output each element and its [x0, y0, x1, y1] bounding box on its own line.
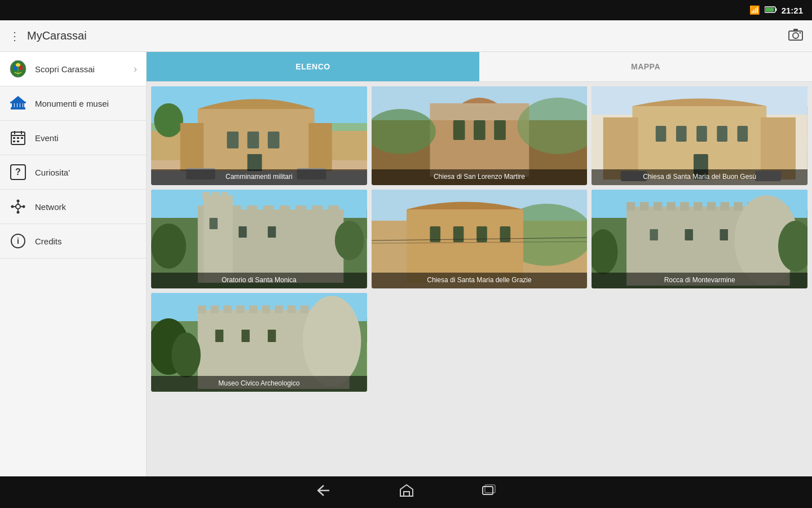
- grid-item-6[interactable]: Rocca di Montevarmine: [592, 190, 807, 288]
- svg-rect-43: [248, 132, 259, 148]
- sidebar: Scopri Carassai › Monumenti e musei: [0, 52, 147, 476]
- sidebar-label-eventi: Eventi: [35, 133, 137, 143]
- sidebar-item-monumenti[interactable]: Monumenti e musei: [0, 86, 146, 121]
- sidebar-label-monumenti: Monumenti e musei: [35, 99, 137, 108]
- svg-point-137: [303, 296, 361, 386]
- grid-item-3-caption: Chiesa di Santa Maria del Buon Gesù: [592, 169, 807, 185]
- grid-item-7[interactable]: Museo Civico Archeologico: [151, 293, 367, 392]
- svg-point-32: [23, 205, 25, 208]
- svg-rect-17: [10, 102, 26, 103]
- svg-rect-52: [453, 120, 465, 140]
- svg-rect-1: [775, 8, 776, 11]
- home-button[interactable]: [399, 484, 414, 501]
- info-icon: i: [9, 232, 27, 250]
- svg-rect-65: [717, 126, 728, 142]
- svg-rect-129: [249, 305, 257, 313]
- content-area: ELENCO MAPPA: [147, 52, 812, 476]
- svg-point-4: [793, 33, 798, 38]
- svg-rect-104: [626, 202, 636, 211]
- svg-rect-42: [227, 132, 239, 148]
- sidebar-label-network: Network: [35, 202, 137, 212]
- svg-rect-141: [241, 330, 249, 342]
- sidebar-item-curiosita[interactable]: ? Curiosita': [0, 155, 146, 190]
- svg-rect-5: [793, 29, 798, 31]
- svg-rect-82: [204, 195, 233, 283]
- sidebar-label-scopri: Scopri Carassai: [35, 64, 134, 74]
- grid-container: Camminamenti militari: [147, 82, 812, 476]
- svg-point-6: [800, 32, 801, 33]
- svg-rect-96: [453, 226, 464, 242]
- svg-rect-119: [650, 229, 658, 240]
- grid-item-7-caption: Museo Civico Archeologico: [151, 376, 367, 392]
- svg-rect-90: [268, 226, 276, 238]
- svg-rect-89: [239, 226, 246, 238]
- svg-rect-97: [476, 226, 487, 242]
- grid-item-4-caption: Oratorio di Santa Monica: [151, 273, 367, 288]
- question-icon: ?: [9, 163, 27, 181]
- svg-rect-112: [734, 202, 743, 211]
- svg-rect-53: [474, 120, 486, 140]
- svg-rect-44: [268, 132, 280, 148]
- svg-rect-83: [202, 192, 209, 199]
- svg-rect-110: [707, 202, 716, 211]
- sidebar-item-network[interactable]: Network: [0, 190, 146, 224]
- bottom-nav: [0, 476, 812, 508]
- menu-dots-icon[interactable]: ⋮: [9, 29, 20, 43]
- grid-item-6-caption: Rocca di Montevarmine: [592, 273, 807, 288]
- tab-mappa[interactable]: MAPPA: [479, 52, 812, 81]
- svg-point-10: [16, 63, 20, 67]
- grid-item-2-caption: Chiesa di San Lorenzo Martire: [372, 169, 588, 185]
- svg-rect-81: [328, 205, 339, 216]
- svg-rect-126: [210, 305, 218, 313]
- grid-item-1[interactable]: Camminamenti militari: [151, 86, 367, 185]
- sidebar-item-scopri[interactable]: Scopri Carassai ›: [0, 52, 146, 86]
- svg-rect-45: [248, 154, 262, 171]
- svg-point-38: [154, 103, 183, 137]
- svg-rect-88: [209, 218, 217, 229]
- recents-button[interactable]: [482, 484, 496, 500]
- svg-rect-66: [738, 126, 748, 142]
- svg-rect-111: [721, 202, 730, 211]
- svg-point-86: [151, 224, 186, 269]
- svg-rect-78: [280, 205, 290, 216]
- svg-rect-145: [483, 487, 493, 494]
- svg-rect-133: [301, 305, 308, 313]
- chevron-right-icon: ›: [134, 63, 137, 75]
- svg-rect-121: [720, 229, 728, 240]
- camera-icon[interactable]: [788, 28, 803, 44]
- app-title: MyCarassai: [27, 29, 788, 42]
- main-layout: Scopri Carassai › Monumenti e musei: [0, 52, 812, 476]
- svg-rect-132: [288, 305, 295, 313]
- top-bar: ⋮ MyCarassai: [0, 20, 812, 52]
- svg-marker-18: [11, 96, 25, 102]
- grid-item-1-caption: Camminamenti militari: [151, 169, 367, 185]
- back-button[interactable]: [316, 484, 332, 500]
- status-time: 21:21: [782, 6, 803, 15]
- svg-rect-76: [247, 205, 258, 216]
- sidebar-item-credits[interactable]: i Credits: [0, 224, 146, 259]
- svg-rect-107: [667, 202, 676, 211]
- svg-rect-62: [656, 126, 667, 142]
- grid-item-4[interactable]: Oratorio di Santa Monica: [151, 190, 367, 288]
- svg-rect-98: [500, 226, 510, 242]
- svg-point-139: [171, 332, 201, 378]
- svg-rect-144: [404, 492, 409, 496]
- tab-elenco[interactable]: ELENCO: [147, 52, 479, 81]
- grid-item-5[interactable]: Chiesa di Santa Maria delle Grazie: [372, 190, 588, 288]
- svg-rect-63: [676, 126, 687, 142]
- sidebar-item-eventi[interactable]: Eventi: [0, 121, 146, 155]
- grid-item-3[interactable]: Chiesa di Santa Maria del Buon Gesù: [592, 86, 807, 185]
- svg-rect-131: [275, 305, 283, 313]
- svg-rect-130: [262, 305, 270, 313]
- svg-point-29: [17, 200, 20, 203]
- svg-rect-80: [312, 205, 323, 216]
- status-bar: 📶 21:21: [0, 0, 812, 20]
- svg-point-31: [11, 205, 14, 208]
- svg-rect-108: [681, 202, 690, 211]
- svg-rect-41: [308, 123, 332, 171]
- grid-item-2[interactable]: Chiesa di San Lorenzo Martire: [372, 86, 588, 185]
- svg-rect-142: [268, 330, 276, 342]
- svg-rect-64: [696, 126, 707, 142]
- svg-rect-2: [765, 8, 774, 12]
- svg-point-87: [335, 221, 364, 260]
